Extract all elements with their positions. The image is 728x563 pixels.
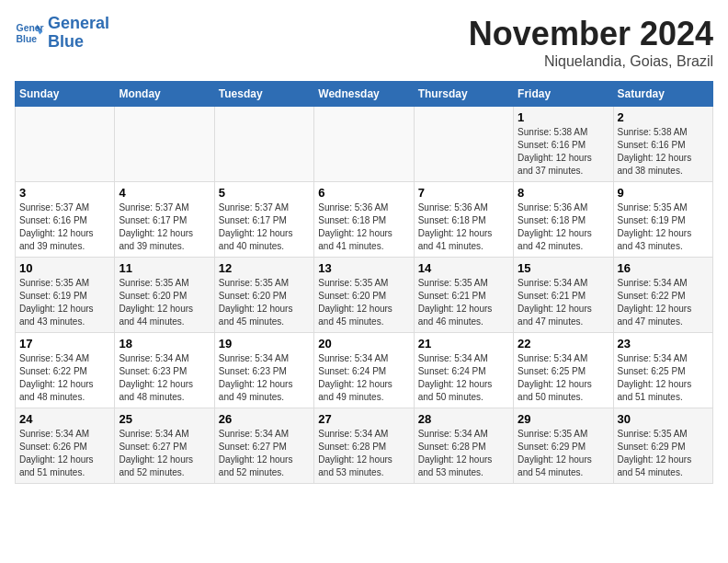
day-info: Sunrise: 5:34 AM Sunset: 6:23 PM Dayligh…: [219, 352, 310, 404]
calendar-cell: 22Sunrise: 5:34 AM Sunset: 6:25 PM Dayli…: [514, 333, 613, 408]
calendar-cell: 29Sunrise: 5:35 AM Sunset: 6:29 PM Dayli…: [514, 408, 613, 484]
calendar-cell: 27Sunrise: 5:34 AM Sunset: 6:28 PM Dayli…: [314, 408, 414, 484]
day-number: 6: [318, 186, 409, 200]
day-number: 5: [219, 186, 310, 200]
calendar-cell: [16, 107, 115, 182]
day-number: 21: [418, 337, 509, 350]
day-number: 7: [418, 186, 509, 200]
calendar-cell: 11Sunrise: 5:35 AM Sunset: 6:20 PM Dayli…: [115, 258, 214, 333]
calendar-week-row: 24Sunrise: 5:34 AM Sunset: 6:26 PM Dayli…: [16, 408, 713, 484]
day-number: 16: [618, 261, 709, 275]
day-info: Sunrise: 5:35 AM Sunset: 6:19 PM Dayligh…: [618, 201, 709, 253]
calendar-week-row: 17Sunrise: 5:34 AM Sunset: 6:22 PM Dayli…: [16, 333, 713, 408]
day-number: 12: [219, 261, 310, 275]
weekday-header-monday: Monday: [115, 82, 214, 107]
logo-text-line1: General: [48, 15, 109, 33]
calendar-cell: 30Sunrise: 5:35 AM Sunset: 6:29 PM Dayli…: [613, 408, 712, 484]
calendar-cell: [214, 107, 313, 182]
day-info: Sunrise: 5:34 AM Sunset: 6:25 PM Dayligh…: [518, 352, 609, 404]
calendar-cell: [414, 107, 513, 182]
calendar-cell: 8Sunrise: 5:36 AM Sunset: 6:18 PM Daylig…: [514, 182, 613, 258]
day-number: 17: [19, 337, 110, 350]
page-header: General Blue General Blue November 2024 …: [15, 15, 713, 70]
day-number: 3: [19, 186, 110, 200]
calendar-week-row: 1Sunrise: 5:38 AM Sunset: 6:16 PM Daylig…: [16, 107, 713, 182]
logo-text-line2: Blue: [48, 33, 109, 52]
logo: General Blue General Blue: [15, 15, 109, 52]
calendar-cell: 19Sunrise: 5:34 AM Sunset: 6:23 PM Dayli…: [214, 333, 313, 408]
month-title: November 2024: [469, 15, 713, 53]
day-number: 13: [318, 261, 409, 275]
location-subtitle: Niquelandia, Goias, Brazil: [469, 53, 713, 70]
day-number: 26: [219, 412, 310, 426]
weekday-header-saturday: Saturday: [613, 82, 712, 107]
day-info: Sunrise: 5:36 AM Sunset: 6:18 PM Dayligh…: [518, 201, 609, 253]
day-number: 23: [618, 337, 709, 350]
day-info: Sunrise: 5:34 AM Sunset: 6:21 PM Dayligh…: [518, 277, 609, 328]
weekday-header-sunday: Sunday: [16, 82, 115, 107]
calendar-cell: 13Sunrise: 5:35 AM Sunset: 6:20 PM Dayli…: [314, 258, 414, 333]
day-number: 10: [19, 261, 110, 275]
day-info: Sunrise: 5:34 AM Sunset: 6:28 PM Dayligh…: [418, 428, 509, 479]
calendar-cell: 20Sunrise: 5:34 AM Sunset: 6:24 PM Dayli…: [314, 333, 414, 408]
calendar-cell: 28Sunrise: 5:34 AM Sunset: 6:28 PM Dayli…: [414, 408, 513, 484]
day-number: 15: [518, 261, 609, 275]
weekday-header-tuesday: Tuesday: [214, 82, 313, 107]
calendar-cell: [115, 107, 214, 182]
day-number: 14: [418, 261, 509, 275]
day-number: 1: [518, 110, 609, 124]
calendar-cell: [314, 107, 414, 182]
calendar-cell: 14Sunrise: 5:35 AM Sunset: 6:21 PM Dayli…: [414, 258, 513, 333]
day-info: Sunrise: 5:35 AM Sunset: 6:20 PM Dayligh…: [219, 277, 310, 328]
weekday-header-row: SundayMondayTuesdayWednesdayThursdayFrid…: [16, 82, 713, 107]
calendar-cell: 4Sunrise: 5:37 AM Sunset: 6:17 PM Daylig…: [115, 182, 214, 258]
day-info: Sunrise: 5:34 AM Sunset: 6:25 PM Dayligh…: [618, 352, 709, 404]
day-info: Sunrise: 5:34 AM Sunset: 6:27 PM Dayligh…: [119, 428, 210, 479]
title-area: November 2024 Niquelandia, Goias, Brazil: [469, 15, 713, 70]
day-info: Sunrise: 5:35 AM Sunset: 6:29 PM Dayligh…: [518, 428, 609, 479]
weekday-header-thursday: Thursday: [414, 82, 513, 107]
calendar-cell: 26Sunrise: 5:34 AM Sunset: 6:27 PM Dayli…: [214, 408, 313, 484]
day-info: Sunrise: 5:36 AM Sunset: 6:18 PM Dayligh…: [318, 201, 409, 253]
calendar-cell: 23Sunrise: 5:34 AM Sunset: 6:25 PM Dayli…: [613, 333, 712, 408]
calendar-cell: 21Sunrise: 5:34 AM Sunset: 6:24 PM Dayli…: [414, 333, 513, 408]
day-info: Sunrise: 5:35 AM Sunset: 6:20 PM Dayligh…: [318, 277, 409, 328]
svg-text:Blue: Blue: [17, 33, 38, 43]
logo-icon: General Blue: [15, 18, 44, 48]
calendar-cell: 15Sunrise: 5:34 AM Sunset: 6:21 PM Dayli…: [514, 258, 613, 333]
calendar-week-row: 3Sunrise: 5:37 AM Sunset: 6:16 PM Daylig…: [16, 182, 713, 258]
calendar-cell: 17Sunrise: 5:34 AM Sunset: 6:22 PM Dayli…: [16, 333, 115, 408]
day-info: Sunrise: 5:35 AM Sunset: 6:21 PM Dayligh…: [418, 277, 509, 328]
calendar-cell: 9Sunrise: 5:35 AM Sunset: 6:19 PM Daylig…: [613, 182, 712, 258]
calendar-cell: 2Sunrise: 5:38 AM Sunset: 6:16 PM Daylig…: [613, 107, 712, 182]
day-info: Sunrise: 5:35 AM Sunset: 6:20 PM Dayligh…: [119, 277, 210, 328]
calendar-cell: 16Sunrise: 5:34 AM Sunset: 6:22 PM Dayli…: [613, 258, 712, 333]
calendar-cell: 24Sunrise: 5:34 AM Sunset: 6:26 PM Dayli…: [16, 408, 115, 484]
day-info: Sunrise: 5:37 AM Sunset: 6:17 PM Dayligh…: [119, 201, 210, 253]
day-number: 30: [618, 412, 709, 426]
day-info: Sunrise: 5:34 AM Sunset: 6:23 PM Dayligh…: [119, 352, 210, 404]
day-number: 25: [119, 412, 210, 426]
day-info: Sunrise: 5:37 AM Sunset: 6:16 PM Dayligh…: [19, 201, 110, 253]
calendar-cell: 5Sunrise: 5:37 AM Sunset: 6:17 PM Daylig…: [214, 182, 313, 258]
day-info: Sunrise: 5:34 AM Sunset: 6:26 PM Dayligh…: [19, 428, 110, 479]
calendar-cell: 10Sunrise: 5:35 AM Sunset: 6:19 PM Dayli…: [16, 258, 115, 333]
day-number: 18: [119, 337, 210, 350]
day-number: 8: [518, 186, 609, 200]
weekday-header-wednesday: Wednesday: [314, 82, 414, 107]
day-info: Sunrise: 5:34 AM Sunset: 6:27 PM Dayligh…: [219, 428, 310, 479]
calendar-cell: 18Sunrise: 5:34 AM Sunset: 6:23 PM Dayli…: [115, 333, 214, 408]
calendar-cell: 7Sunrise: 5:36 AM Sunset: 6:18 PM Daylig…: [414, 182, 513, 258]
calendar-table: SundayMondayTuesdayWednesdayThursdayFrid…: [15, 81, 713, 484]
day-number: 4: [119, 186, 210, 200]
day-info: Sunrise: 5:35 AM Sunset: 6:19 PM Dayligh…: [19, 277, 110, 328]
day-info: Sunrise: 5:38 AM Sunset: 6:16 PM Dayligh…: [618, 126, 709, 178]
day-info: Sunrise: 5:34 AM Sunset: 6:22 PM Dayligh…: [618, 277, 709, 328]
day-number: 22: [518, 337, 609, 350]
day-info: Sunrise: 5:37 AM Sunset: 6:17 PM Dayligh…: [219, 201, 310, 253]
calendar-cell: 12Sunrise: 5:35 AM Sunset: 6:20 PM Dayli…: [214, 258, 313, 333]
day-number: 19: [219, 337, 310, 350]
day-number: 11: [119, 261, 210, 275]
calendar-cell: 6Sunrise: 5:36 AM Sunset: 6:18 PM Daylig…: [314, 182, 414, 258]
day-info: Sunrise: 5:38 AM Sunset: 6:16 PM Dayligh…: [518, 126, 609, 178]
